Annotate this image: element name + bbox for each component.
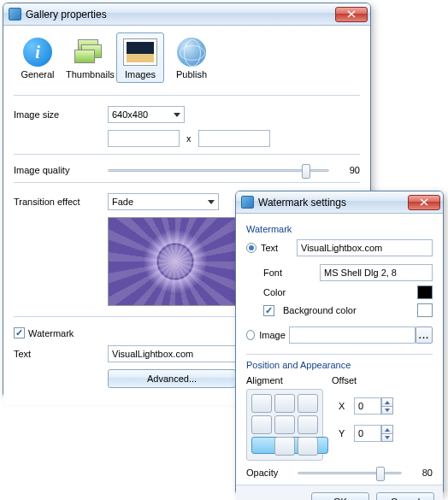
align-ml[interactable] [251,415,272,434]
app-icon [9,8,21,21]
tab-publish[interactable]: Publish [168,32,215,83]
window-title: Gallery properties [26,9,335,21]
color-label: Color [263,287,315,297]
tab-label: Publish [168,69,215,79]
titlebar[interactable]: Gallery properties [3,3,370,26]
info-icon: i [23,38,52,67]
image-size-label: Image size [14,109,108,120]
close-icon [420,198,428,206]
watermark-image-input[interactable] [289,326,416,344]
transition-preview [108,217,243,306]
tab-general[interactable]: i General [14,32,62,83]
watermark-text-input[interactable] [297,239,433,256]
close-button[interactable] [335,7,368,22]
font-select[interactable]: MS Shell Dlg 2, 8 [320,264,433,281]
tab-images[interactable]: Images [116,32,164,83]
watermark-group-label: Watermark [246,224,433,234]
align-br[interactable] [298,437,318,456]
text-label: Text [14,349,108,359]
size-separator: x [186,133,192,144]
bgcolor-checkbox[interactable] [263,305,274,316]
chevron-down-icon [174,113,180,117]
slider-thumb[interactable] [302,164,310,179]
tab-label: Images [117,69,163,79]
offset-x-input[interactable] [354,397,381,415]
image-radio-label: Image [259,330,289,340]
offset-y-spinner[interactable] [354,425,393,442]
text-radio-label: Text [261,243,297,253]
tab-thumbnails[interactable]: Thumbnails [65,32,113,83]
app-icon [241,196,254,209]
image-size-select[interactable]: 640x480 [108,106,185,123]
watermark-label: Watermark [28,328,74,338]
text-radio[interactable] [246,243,256,253]
tab-row: i General Thumbnails Images Publish [14,32,360,83]
thumbnails-icon [74,39,103,65]
close-button[interactable] [408,195,440,210]
image-size-value: 640x480 [112,109,148,120]
align-tc[interactable] [274,394,295,413]
spin-down[interactable] [381,406,393,415]
spin-up[interactable] [381,425,393,433]
opacity-label: Opacity [246,468,298,478]
close-icon [347,10,356,18]
browse-button[interactable]: ... [416,326,433,344]
tab-label: General [15,69,61,79]
spin-up[interactable] [381,397,393,406]
align-tr[interactable] [298,394,318,413]
quality-label: Image quality [14,165,108,175]
offset-label: Offset [332,375,357,385]
alignment-grid[interactable] [246,389,323,461]
offset-y-input[interactable] [354,425,381,442]
cancel-button[interactable]: Cancel [376,492,434,500]
titlebar[interactable]: Watermark settings [236,191,443,214]
align-tl[interactable] [251,394,272,413]
watermark-settings-window: Watermark settings Watermark Text Font M… [235,191,444,496]
slider-thumb[interactable] [376,467,385,481]
position-group-label: Position and Appearance [246,360,433,370]
color-swatch[interactable] [417,285,433,299]
y-label: Y [339,428,349,438]
offset-x-spinner[interactable] [354,397,393,415]
ok-button[interactable]: OK [311,492,369,500]
bgcolor-swatch[interactable] [417,303,433,317]
image-radio[interactable] [246,330,255,340]
spin-down[interactable] [381,433,393,442]
quality-slider[interactable] [108,169,329,172]
watermark-text-input[interactable] [108,345,236,362]
opacity-value: 80 [410,468,433,478]
window-title: Watermark settings [258,197,408,209]
advanced-button[interactable]: Advanced... [108,369,236,388]
font-value: MS Shell Dlg 2, 8 [324,268,397,278]
chevron-down-icon [208,200,215,204]
tab-label: Thumbnails [66,69,112,79]
transition-label: Transition effect [14,197,108,207]
opacity-slider[interactable] [298,472,402,474]
bgcolor-label: Background color [283,305,357,315]
watermark-checkbox[interactable] [14,327,25,338]
transition-value: Fade [112,197,133,207]
height-input[interactable] [198,130,270,147]
quality-value: 90 [338,165,360,175]
transition-select[interactable]: Fade [108,193,219,210]
images-icon [123,38,157,66]
align-mc[interactable] [274,415,295,434]
x-label: X [339,401,349,411]
align-mr[interactable] [298,415,318,434]
font-label: Font [263,268,315,278]
alignment-label: Aligment [246,375,315,385]
align-bc[interactable] [274,437,295,456]
width-input[interactable] [108,130,180,147]
publish-icon [177,38,206,67]
